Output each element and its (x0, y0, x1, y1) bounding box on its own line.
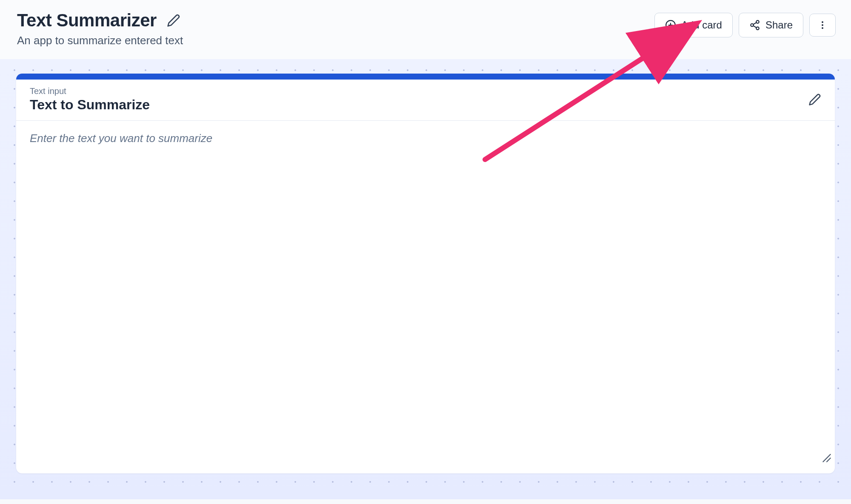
resize-handle[interactable] (821, 453, 832, 465)
plus-circle-icon (665, 20, 676, 31)
title-row: Text Summarizer (17, 10, 183, 31)
more-options-button[interactable] (809, 14, 836, 37)
card-type-label: Text input (30, 86, 150, 96)
share-button[interactable]: Share (739, 13, 803, 37)
add-card-button[interactable]: Add card (654, 13, 733, 37)
svg-point-10 (822, 27, 823, 29)
share-label: Share (765, 19, 793, 31)
edit-title-button[interactable] (167, 14, 180, 27)
card-header-actions (808, 93, 821, 106)
svg-line-6 (753, 26, 756, 28)
canvas-area: Text input Text to Summarize (0, 59, 851, 499)
app-header: Text Summarizer An app to summarize ente… (0, 0, 851, 59)
pencil-icon (167, 14, 180, 27)
header-left: Text Summarizer An app to summarize ente… (17, 10, 183, 47)
text-input-card: Text input Text to Summarize (16, 74, 835, 473)
page-title: Text Summarizer (17, 10, 157, 31)
card-title: Text to Summarize (30, 97, 150, 113)
add-card-label: Add card (681, 19, 722, 31)
card-header: Text input Text to Summarize (16, 80, 835, 121)
svg-point-9 (822, 24, 823, 26)
resize-icon (821, 453, 832, 464)
summarize-textarea[interactable] (16, 121, 835, 468)
share-icon (749, 20, 760, 31)
page-subtitle: An app to summarize entered text (17, 34, 183, 47)
more-vertical-icon (817, 20, 828, 30)
card-header-left: Text input Text to Summarize (30, 86, 150, 113)
svg-line-7 (753, 23, 756, 24)
card-body (16, 121, 835, 468)
edit-card-button[interactable] (808, 93, 821, 106)
svg-point-8 (822, 21, 823, 23)
svg-line-11 (823, 454, 830, 461)
pencil-icon (808, 93, 821, 106)
header-actions: Add card Share (654, 10, 836, 37)
svg-line-12 (827, 458, 831, 462)
